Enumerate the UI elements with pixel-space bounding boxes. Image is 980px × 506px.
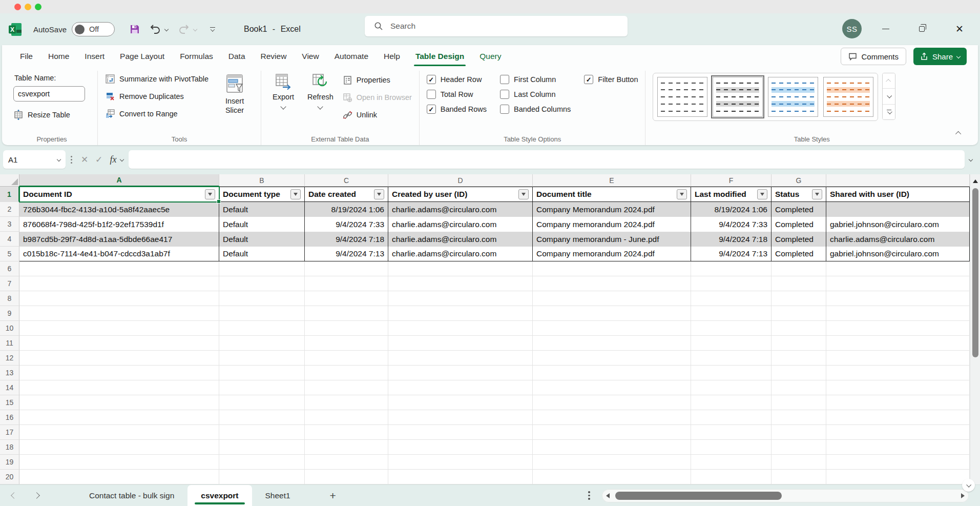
select-all-corner[interactable] xyxy=(0,174,19,187)
row-number[interactable]: 6 xyxy=(0,261,19,276)
data-cell[interactable]: 8/19/2024 1:06 xyxy=(305,202,388,217)
empty-cell[interactable] xyxy=(388,395,533,410)
style-option-first-column[interactable]: First Column xyxy=(500,75,571,84)
empty-cell[interactable] xyxy=(772,380,826,395)
remove-duplicates-button[interactable]: Remove Duplicates xyxy=(105,89,208,104)
empty-cell[interactable] xyxy=(305,410,388,425)
empty-cell[interactable] xyxy=(826,395,970,410)
column-header-B[interactable]: B xyxy=(219,174,305,187)
empty-cell[interactable] xyxy=(388,321,533,336)
ribbon-tab-insert[interactable]: Insert xyxy=(77,45,112,68)
ribbon-tab-review[interactable]: Review xyxy=(253,45,295,68)
empty-cell[interactable] xyxy=(19,410,219,425)
data-cell[interactable]: Company memorandum 2024.pdf xyxy=(533,247,691,261)
horizontal-scrollbar[interactable] xyxy=(602,489,969,502)
empty-cell[interactable] xyxy=(691,440,772,455)
header-cell[interactable]: Created by user (ID) xyxy=(388,187,533,202)
data-cell[interactable]: c015b18c-7114-4e41-b047-cdccd3a1ab7f xyxy=(19,247,219,261)
empty-cell[interactable] xyxy=(19,276,219,291)
row-number[interactable]: 16 xyxy=(0,410,19,425)
empty-cell[interactable] xyxy=(826,351,970,366)
empty-cell[interactable] xyxy=(691,321,772,336)
empty-cell[interactable] xyxy=(533,261,691,276)
empty-cell[interactable] xyxy=(19,351,219,366)
empty-cell[interactable] xyxy=(691,470,772,484)
data-cell[interactable]: 9/4/2024 7:33 xyxy=(691,217,772,232)
account-avatar[interactable]: SS xyxy=(842,19,862,38)
data-cell[interactable]: 8/19/2024 1:06 xyxy=(691,202,772,217)
row-number[interactable]: 8 xyxy=(0,291,19,306)
empty-cell[interactable] xyxy=(388,425,533,440)
scroll-left-arrow-icon[interactable] xyxy=(606,493,610,498)
empty-cell[interactable] xyxy=(219,321,305,336)
vertical-scrollbar[interactable] xyxy=(970,174,980,484)
empty-cell[interactable] xyxy=(691,351,772,366)
empty-cell[interactable] xyxy=(826,380,970,395)
data-cell[interactable]: Completed xyxy=(772,217,826,232)
sheet-tab-sheet1[interactable]: Sheet1 xyxy=(252,485,304,506)
convert-to-range-button[interactable]: Convert to Range xyxy=(105,107,208,121)
empty-cell[interactable] xyxy=(19,470,219,484)
data-cell[interactable]: Default xyxy=(219,217,305,232)
ribbon-tab-data[interactable]: Data xyxy=(221,45,253,68)
empty-cell[interactable] xyxy=(219,455,305,470)
minimize-traffic-light-icon[interactable] xyxy=(25,4,31,10)
empty-cell[interactable] xyxy=(826,425,970,440)
data-cell[interactable]: 9/4/2024 7:18 xyxy=(691,232,772,247)
ribbon-tab-file[interactable]: File xyxy=(12,45,40,68)
share-button[interactable]: Share xyxy=(913,48,967,65)
empty-cell[interactable] xyxy=(388,366,533,380)
row-number[interactable]: 17 xyxy=(0,425,19,440)
ribbon-tab-help[interactable]: Help xyxy=(376,45,408,68)
table-name-input[interactable] xyxy=(13,86,85,102)
filter-dropdown-button[interactable] xyxy=(290,189,301,199)
filter-dropdown-button[interactable] xyxy=(677,189,687,199)
close-button[interactable]: ✕ xyxy=(951,21,968,36)
column-header-E[interactable]: E xyxy=(533,174,691,187)
empty-cell[interactable] xyxy=(388,455,533,470)
empty-cell[interactable] xyxy=(826,276,970,291)
empty-cell[interactable] xyxy=(772,261,826,276)
data-cell[interactable]: b987cd5b-29f7-4d8d-a1aa-5dbde66ae417 xyxy=(19,232,219,247)
empty-cell[interactable] xyxy=(691,261,772,276)
table-style-swatch-plain-light[interactable] xyxy=(657,77,707,117)
search-input[interactable] xyxy=(390,22,585,31)
empty-cell[interactable] xyxy=(219,395,305,410)
empty-cell[interactable] xyxy=(19,440,219,455)
row-number[interactable]: 5 xyxy=(0,247,19,261)
empty-cell[interactable] xyxy=(533,291,691,306)
data-cell[interactable]: charlie.adams@circularo.com xyxy=(388,247,533,261)
empty-cell[interactable] xyxy=(19,395,219,410)
row-number[interactable]: 2 xyxy=(0,202,19,217)
header-cell[interactable]: Document title xyxy=(533,187,691,202)
data-cell[interactable]: 726b3044-fbc2-413d-a10d-5a8f42aaec5e xyxy=(19,202,219,217)
horizontal-scroll-thumb[interactable] xyxy=(615,492,782,500)
empty-cell[interactable] xyxy=(305,336,388,351)
function-dropdown-icon[interactable] xyxy=(120,157,124,161)
empty-cell[interactable] xyxy=(305,351,388,366)
empty-cell[interactable] xyxy=(19,261,219,276)
name-box[interactable]: A1 xyxy=(3,150,66,169)
empty-cell[interactable] xyxy=(691,366,772,380)
row-number[interactable]: 4 xyxy=(0,232,19,247)
empty-cell[interactable] xyxy=(533,306,691,321)
empty-cell[interactable] xyxy=(305,291,388,306)
empty-cell[interactable] xyxy=(19,366,219,380)
row-number[interactable]: 20 xyxy=(0,470,19,484)
zoom-traffic-light-icon[interactable] xyxy=(35,4,41,10)
empty-cell[interactable] xyxy=(219,425,305,440)
data-cell[interactable]: Company memorandum - June.pdf xyxy=(533,232,691,247)
empty-cell[interactable] xyxy=(305,261,388,276)
empty-cell[interactable] xyxy=(533,410,691,425)
data-cell[interactable]: Default xyxy=(219,232,305,247)
previous-sheet-button[interactable] xyxy=(6,493,22,498)
empty-cell[interactable] xyxy=(691,276,772,291)
formula-input[interactable] xyxy=(129,150,965,169)
style-option-total-row[interactable]: Total Row xyxy=(427,90,487,99)
scroll-up-arrow-icon[interactable] xyxy=(973,179,978,183)
empty-cell[interactable] xyxy=(772,351,826,366)
empty-cell[interactable] xyxy=(305,276,388,291)
empty-cell[interactable] xyxy=(772,276,826,291)
empty-cell[interactable] xyxy=(691,336,772,351)
undo-dropdown-icon[interactable] xyxy=(164,27,169,31)
